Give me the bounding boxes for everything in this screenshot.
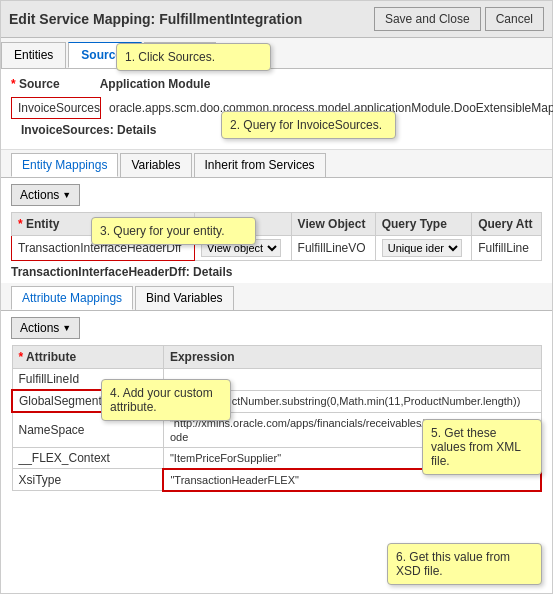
table-row: GlobalSegment1_Custom "GI1"+ProductNumbe… — [12, 390, 541, 412]
source-row: InvoiceSources oracle.apps.scm.doo.commo… — [11, 97, 542, 119]
tab-inherit-services[interactable]: Inherit from Services — [194, 153, 326, 177]
trans-heading: TransactionInterfaceHeaderDff: Details — [1, 261, 552, 283]
col-query-att: Query Att — [472, 213, 542, 236]
header-buttons: Save and Close Cancel — [374, 7, 544, 31]
attr-actions-row: Actions ▼ 4. Add your custom attribute. … — [1, 311, 552, 345]
save-close-button[interactable]: Save and Close — [374, 7, 481, 31]
tab-entities[interactable]: Entities — [1, 42, 66, 68]
source-value[interactable]: InvoiceSources — [11, 97, 101, 119]
app-module-label: Application Module — [100, 77, 211, 91]
page-title: Edit Service Mapping: FulfillmentIntegra… — [9, 11, 302, 27]
attr-tabs: Attribute Mappings Bind Variables — [1, 283, 552, 311]
entity-actions-row: Actions ▼ 3. Query for your entity. — [1, 178, 552, 212]
attr-actions-button[interactable]: Actions ▼ — [11, 317, 80, 339]
col-expression: Expression — [163, 346, 541, 369]
attr-xsitype-cell: XsiType — [12, 469, 163, 491]
view-obj-cell: FulfillLineVO — [291, 236, 375, 261]
query-att-cell: FulfillLine — [472, 236, 542, 261]
table-row: FulfillLineId — [12, 369, 541, 391]
col-query-type: Query Type — [375, 213, 472, 236]
tab-entity-mappings[interactable]: Entity Mappings — [11, 153, 118, 177]
chevron-down-icon: ▼ — [62, 323, 71, 333]
callout-4: 4. Add your custom attribute. — [101, 379, 231, 421]
cancel-button[interactable]: Cancel — [485, 7, 544, 31]
attr-flex-cell: __FLEX_Context — [12, 447, 163, 469]
callout-1: 1. Click Sources. — [116, 43, 271, 71]
tab-bind-variables[interactable]: Bind Variables — [135, 286, 234, 310]
entity-tabs: Entity Mappings Variables Inherit from S… — [1, 150, 552, 178]
entity-table-wrapper: * Entity Type View Object Query Type Que… — [1, 212, 552, 261]
top-tabs: Entities Sources Services 1. Click Sourc… — [1, 38, 552, 69]
chevron-down-icon: ▼ — [62, 190, 71, 200]
entity-actions-button[interactable]: Actions ▼ — [11, 184, 80, 206]
callout-3: 3. Query for your entity. — [91, 217, 256, 245]
tab-attr-mappings[interactable]: Attribute Mappings — [11, 286, 133, 310]
source-label: * Source — [11, 77, 60, 91]
callout-6: 6. Get this value from XSD file. — [387, 543, 542, 585]
tab-variables[interactable]: Variables — [120, 153, 191, 177]
query-type-select[interactable]: Unique ider — [382, 239, 462, 257]
source-section: * Source Application Module InvoiceSourc… — [1, 69, 552, 150]
callout-2: 2. Query for InvoiceSources. — [221, 111, 396, 139]
col-view-object: View Object — [291, 213, 375, 236]
header: Edit Service Mapping: FulfillmentIntegra… — [1, 1, 552, 38]
col-attribute: * Attribute — [12, 346, 163, 369]
callout-5: 5. Get these values from XML file. — [422, 419, 542, 475]
query-type-cell: Unique ider — [375, 236, 472, 261]
